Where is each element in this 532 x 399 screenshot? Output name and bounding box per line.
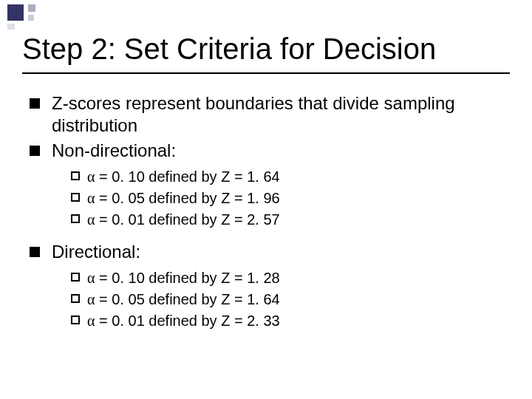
slide-body: Z-scores represent boundaries that divid… <box>30 92 510 342</box>
alpha-symbol: α <box>87 190 95 206</box>
alpha-symbol: α <box>87 291 95 307</box>
square-bullet-icon <box>30 247 40 257</box>
bullet-text: Directional: <box>52 241 510 263</box>
bullet-item: Z-scores represent boundaries that divid… <box>30 92 510 137</box>
alpha-symbol: α <box>87 313 95 329</box>
sub-bullet-text: α = 0. 10 defined by Z = 1. 64 <box>87 166 510 188</box>
hollow-square-bullet-icon <box>71 273 80 282</box>
slide: Step 2: Set Criteria for Decision Z-scor… <box>0 0 532 399</box>
z-definition: defined by Z = 2. 57 <box>149 211 279 228</box>
bullet-item: Non-directional: <box>30 140 510 162</box>
hollow-square-bullet-icon <box>71 214 80 223</box>
alpha-value: = 0. 05 <box>99 190 145 206</box>
alpha-value: = 0. 10 <box>99 270 145 286</box>
alpha-symbol: α <box>87 270 95 286</box>
square-bullet-icon <box>30 146 40 156</box>
sub-bullet-group: α = 0. 10 defined by Z = 1. 64 α = 0. 05… <box>71 166 510 231</box>
sub-bullet-group: α = 0. 10 defined by Z = 1. 28 α = 0. 05… <box>71 267 510 332</box>
sub-bullet-text: α = 0. 05 defined by Z = 1. 64 <box>87 289 510 310</box>
bullet-text: Non-directional: <box>52 140 510 162</box>
sub-bullet-text: α = 0. 05 defined by Z = 1. 96 <box>87 188 510 209</box>
sub-bullet-item: α = 0. 01 defined by Z = 2. 33 <box>71 310 510 332</box>
z-definition: defined by Z = 2. 33 <box>149 313 279 329</box>
alpha-symbol: α <box>87 211 95 228</box>
alpha-symbol: α <box>87 168 95 185</box>
sub-bullet-item: α = 0. 05 defined by Z = 1. 96 <box>71 188 510 209</box>
slide-title: Step 2: Set Criteria for Decision <box>22 33 510 66</box>
bullet-text: Z-scores represent boundaries that divid… <box>52 92 510 137</box>
sub-bullet-text: α = 0. 01 defined by Z = 2. 57 <box>87 209 510 231</box>
sub-bullet-text: α = 0. 01 defined by Z = 2. 33 <box>87 310 510 332</box>
title-underline <box>22 72 510 74</box>
sub-bullet-item: α = 0. 05 defined by Z = 1. 64 <box>71 289 510 310</box>
sub-bullet-text: α = 0. 10 defined by Z = 1. 28 <box>87 267 510 289</box>
corner-decoration <box>0 0 59 25</box>
hollow-square-bullet-icon <box>71 294 80 303</box>
bullet-item: Directional: <box>30 241 510 263</box>
hollow-square-bullet-icon <box>71 193 80 202</box>
sub-bullet-item: α = 0. 10 defined by Z = 1. 28 <box>71 267 510 289</box>
z-definition: defined by Z = 1. 64 <box>149 291 279 307</box>
alpha-value: = 0. 05 <box>99 291 145 307</box>
z-definition: defined by Z = 1. 64 <box>149 168 279 185</box>
square-bullet-icon <box>30 98 40 109</box>
z-definition: defined by Z = 1. 28 <box>149 270 279 286</box>
hollow-square-bullet-icon <box>71 316 80 324</box>
hollow-square-bullet-icon <box>71 171 80 180</box>
alpha-value: = 0. 10 <box>99 168 145 185</box>
alpha-value: = 0. 01 <box>99 313 145 329</box>
alpha-value: = 0. 01 <box>99 211 145 228</box>
sub-bullet-item: α = 0. 10 defined by Z = 1. 64 <box>71 166 510 188</box>
sub-bullet-item: α = 0. 01 defined by Z = 2. 57 <box>71 209 510 231</box>
z-definition: defined by Z = 1. 96 <box>149 190 279 206</box>
